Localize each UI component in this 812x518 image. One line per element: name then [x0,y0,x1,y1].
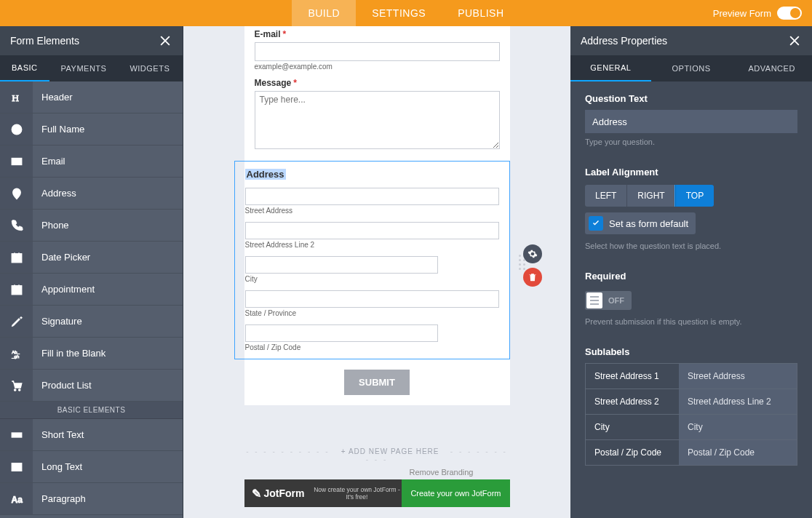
gear-icon[interactable] [523,244,542,263]
address-input[interactable] [245,290,499,308]
address-input[interactable] [245,222,499,239]
address-field: State / Province [245,290,499,317]
right-panel: Address Properties GENERAL OPTIONS ADVAN… [570,26,812,518]
mail-icon [0,146,33,177]
element-short-text[interactable]: Short Text [0,419,183,451]
textbox-icon [0,451,33,482]
set-default-checkbox[interactable]: Set as form default [585,212,696,234]
address-input[interactable] [245,256,438,274]
element-fill-blank[interactable]: Ab__ghFill in the Blank [0,338,183,370]
element-label: Phone [33,220,69,231]
address-sublabel: Street Address [245,207,499,215]
email-label: E-mail* [255,29,500,39]
left-tab-basic[interactable]: BASIC [0,55,49,81]
right-tab-general[interactable]: GENERAL [570,55,651,81]
element-address[interactable]: Address [0,178,183,210]
question-text-input[interactable] [585,110,797,133]
alignment-segment: LEFTRIGHTTOP [585,185,714,207]
set-default-label: Set as form default [609,218,688,229]
element-label: Short Text [33,429,84,440]
address-field: Street Address Line 2 [245,222,499,249]
email-input[interactable] [255,42,500,61]
element-signature[interactable]: Signature [0,306,183,338]
sublabels-label: Sublabels [585,346,797,357]
close-icon[interactable] [787,33,802,48]
right-tab-advanced[interactable]: ADVANCED [731,55,812,81]
tab-build[interactable]: BUILD [292,0,356,26]
remove-branding-link[interactable]: Remove Branding [244,468,510,477]
left-tab-payments[interactable]: PAYMENTS [49,55,119,81]
element-label: Full Name [33,124,84,135]
question-text-hint: Type your question. [585,138,797,146]
pen-icon: ✎ [252,487,261,501]
sublabel-value[interactable]: City [679,415,797,439]
element-label: Signature [33,316,82,327]
sublabel-value[interactable]: Postal / Zip Code [679,440,797,465]
element-paragraph[interactable]: AaParagraph [0,483,183,515]
left-header: Form Elements [0,26,183,55]
preview-form[interactable]: Preview Form [713,7,802,20]
para-icon: Aa [0,483,33,514]
address-sublabel: City [245,275,499,283]
address-input[interactable] [245,188,499,205]
left-tab-widgets[interactable]: WIDGETS [118,55,181,81]
align-right[interactable]: RIGHT [626,185,674,207]
tab-publish[interactable]: PUBLISH [442,0,520,26]
svg-point-10 [14,388,15,390]
jot-banner: ✎JotForm Now create your own JotForm - I… [244,479,510,507]
element-header[interactable]: HHeader [0,81,183,113]
preview-toggle[interactable] [777,7,802,20]
element-product-list[interactable]: Product List [0,370,183,402]
calcheck-icon [0,274,33,305]
pin-icon [0,178,33,209]
sublabel-value[interactable]: Street Address Line 2 [679,389,797,414]
address-input[interactable] [245,324,438,342]
left-tabs: BASIC PAYMENTS WIDGETS [0,55,183,81]
preview-label: Preview Form [713,8,771,19]
cart-icon [0,370,33,401]
address-sublabel: Street Address Line 2 [245,241,499,249]
submit-button[interactable]: SUBMIT [344,370,410,395]
align-left[interactable]: LEFT [585,185,626,207]
form-card: E-mail* example@example.com Message* Add… [244,26,510,405]
element-long-text[interactable]: Long Text [0,451,183,483]
right-tab-options[interactable]: OPTIONS [651,55,732,81]
check-icon [589,216,603,231]
svg-text:Ab_: Ab_ [12,350,20,354]
element-label: Email [33,156,65,167]
required-label: Required [585,271,797,282]
svg-text:_gh: _gh [11,354,19,359]
svg-point-2 [15,126,18,130]
elements-list: HHeaderFull NameEmailAddressPhone10Date … [0,81,183,518]
close-icon[interactable] [158,33,172,48]
trash-icon[interactable] [523,268,542,287]
jot-cta-button[interactable]: Create your own JotForm [402,479,509,507]
alignment-hint: Select how the question text is placed. [585,242,797,250]
pen-icon [0,306,33,337]
required-off-label: OFF [602,296,630,305]
element-email[interactable]: Email [0,146,183,178]
element-full-name[interactable]: Full Name [0,113,183,146]
address-field: Street Address [245,188,499,215]
svg-rect-7 [12,285,22,294]
required-toggle[interactable]: OFF [585,291,632,310]
element-appointment[interactable]: Appointment [0,274,183,306]
left-title: Form Elements [10,35,79,47]
element-label: Address [33,188,76,199]
sublabel-key: Street Address 1 [586,364,679,388]
sublabel-row: Postal / Zip CodePostal / Zip Code [586,440,797,465]
svg-text:H: H [12,92,19,103]
canvas: E-mail* example@example.com Message* Add… [183,26,570,518]
sublabel-value[interactable]: Street Address [679,364,797,388]
address-block[interactable]: Address Street AddressStreet Address Lin… [234,161,510,359]
blank-icon: Ab__gh [0,338,33,369]
element-phone[interactable]: Phone [0,210,183,242]
address-sublabel: Postal / Zip Code [245,343,499,351]
element-label: Product List [33,380,92,391]
message-input[interactable] [255,91,500,149]
tab-settings[interactable]: SETTINGS [356,0,442,26]
right-title: Address Properties [581,35,667,47]
element-date-picker[interactable]: 10Date Picker [0,242,183,274]
element-label: Appointment [33,284,95,295]
align-top[interactable]: TOP [675,185,714,207]
